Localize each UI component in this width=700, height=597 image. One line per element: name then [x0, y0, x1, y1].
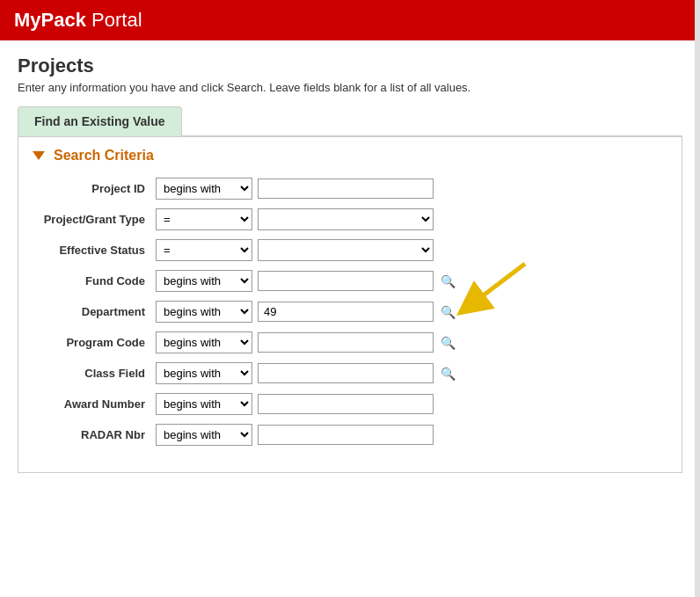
- page-description: Enter any information you have and click…: [18, 81, 682, 94]
- search-criteria-container: Search Criteria Project ID begins with =…: [18, 136, 682, 473]
- label-radar-nbr: RADAR Nbr: [33, 428, 156, 441]
- page-content: Projects Enter any information you have …: [0, 40, 700, 487]
- label-project-id: Project ID: [33, 182, 156, 195]
- select-effective-status[interactable]: [258, 239, 434, 261]
- field-row-fund-code: Fund Code begins with = not = contains 🔍: [33, 270, 667, 292]
- label-class-field: Class Field: [33, 367, 156, 380]
- app-title: MyPack Portal: [14, 9, 142, 32]
- label-department: Department: [33, 305, 156, 318]
- operator-department[interactable]: begins with = not = contains: [156, 301, 252, 323]
- input-class-field[interactable]: [258, 363, 434, 383]
- lookup-program-code-button[interactable]: 🔍: [437, 334, 459, 352]
- operator-class-field[interactable]: begins with = not = contains: [156, 362, 252, 384]
- operator-fund-code[interactable]: begins with = not = contains: [156, 270, 252, 292]
- field-row-project-grant-type: Project/Grant Type = not = begins with: [33, 208, 667, 230]
- field-row-award-number: Award Number begins with = not = contain…: [33, 393, 667, 415]
- search-criteria-header: Search Criteria: [33, 148, 667, 164]
- input-award-number[interactable]: [258, 394, 434, 414]
- lookup-fund-code-button[interactable]: 🔍: [437, 273, 459, 290]
- operator-radar-nbr[interactable]: begins with = not = contains: [156, 424, 252, 446]
- input-department[interactable]: [258, 302, 434, 322]
- input-project-id[interactable]: [258, 178, 434, 199]
- tab-bar: Find an Existing Value: [18, 106, 682, 136]
- app-header: MyPack Portal: [0, 0, 700, 40]
- tab-find-existing[interactable]: Find an Existing Value: [18, 106, 182, 136]
- label-award-number: Award Number: [33, 397, 156, 411]
- search-criteria-label: Search Criteria: [54, 148, 154, 164]
- page-title: Projects: [18, 55, 682, 77]
- label-fund-code: Fund Code: [33, 274, 156, 288]
- field-row-program-code: Program Code begins with = not = contain…: [33, 331, 667, 353]
- scrollbar[interactable]: [695, 0, 700, 487]
- input-radar-nbr[interactable]: [258, 425, 434, 445]
- field-row-class-field: Class Field begins with = not = contains…: [33, 362, 667, 384]
- operator-effective-status[interactable]: = not = begins with: [156, 239, 252, 261]
- label-effective-status: Effective Status: [33, 244, 156, 257]
- lookup-department-button[interactable]: 🔍: [437, 303, 459, 321]
- field-row-radar-nbr: RADAR Nbr begins with = not = contains: [33, 424, 667, 446]
- field-row-project-id: Project ID begins with = not = contains: [33, 178, 667, 200]
- lookup-class-field-button[interactable]: 🔍: [437, 365, 459, 382]
- label-program-code: Program Code: [33, 336, 156, 349]
- select-project-grant-type[interactable]: [258, 208, 434, 230]
- input-program-code[interactable]: [258, 332, 434, 353]
- operator-award-number[interactable]: begins with = not = contains: [156, 393, 252, 415]
- collapse-icon[interactable]: [33, 151, 45, 160]
- operator-project-grant-type[interactable]: = not = begins with: [156, 208, 252, 230]
- input-fund-code[interactable]: [258, 271, 434, 291]
- label-project-grant-type: Project/Grant Type: [33, 213, 156, 226]
- field-row-department: Department begins with = not = contains …: [33, 301, 667, 323]
- field-row-effective-status: Effective Status = not = begins with: [33, 239, 667, 261]
- operator-project-id[interactable]: begins with = not = contains: [156, 178, 252, 200]
- operator-program-code[interactable]: begins with = not = contains: [156, 331, 252, 353]
